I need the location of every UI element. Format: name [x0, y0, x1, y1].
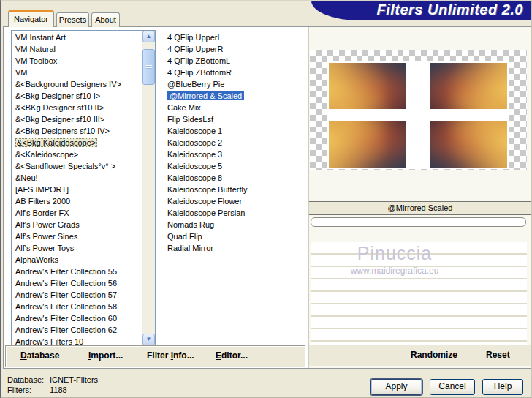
tab-about[interactable]: About: [91, 12, 120, 27]
category-listbox: VM Instant Art VM Natural VM Toolbox VM …: [11, 30, 156, 346]
menu-database-button[interactable]: Database: [20, 350, 59, 361]
status-database-value: ICNET-Filters: [50, 375, 98, 384]
filter-list: 4 QFlip UpperL 4 QFlip UpperR 4 QFlip ZB…: [161, 30, 305, 348]
category-item[interactable]: VM Instant Art: [12, 31, 142, 43]
preview-image: [327, 61, 509, 169]
category-item[interactable]: &<Bkg Designers sf10 IV>: [12, 125, 142, 137]
filter-item[interactable]: Kaleidoscope Butterfly: [161, 184, 305, 195]
cancel-button[interactable]: Cancel: [430, 379, 475, 395]
filter-item[interactable]: Kaleidoscope 8: [161, 172, 305, 184]
reset-button[interactable]: Reset: [486, 350, 510, 360]
category-item[interactable]: Alf's Power Grads: [12, 219, 142, 230]
category-item[interactable]: Alf's Power Sines: [12, 230, 142, 242]
category-item[interactable]: &<Kaleidoscope>: [12, 149, 142, 160]
filter-item[interactable]: Kaleidoscope Flower: [161, 195, 305, 207]
watermark-name: Pinuccia: [311, 243, 479, 264]
category-item[interactable]: Andrew's Filter Collection 62: [12, 324, 142, 336]
category-item[interactable]: &<Sandflower Specials°v° >: [12, 160, 142, 172]
category-item-selected[interactable]: &<Bkg Kaleidoscope>: [12, 137, 142, 149]
preview-actions-row: Randomize Reset: [309, 345, 531, 366]
category-item[interactable]: Alf's Power Toys: [12, 242, 142, 254]
filter-item-selected[interactable]: @Mirrored & Scaled: [161, 90, 305, 102]
category-item[interactable]: AB Filters 2000: [12, 195, 142, 207]
status-block: Database: ICNET-Filters Filters: 1188: [7, 375, 98, 395]
category-item[interactable]: [AFS IMPORT]: [12, 184, 142, 195]
preview-tile-bottom-right: [430, 121, 507, 168]
filter-item[interactable]: Quad Flip: [161, 230, 305, 242]
category-item[interactable]: &<Background Designers IV>: [12, 78, 142, 90]
preview-pane: @Mirrored Scaled Pinuccia www.maidiregra…: [308, 27, 531, 368]
tab-navigator[interactable]: Navigator: [8, 10, 54, 27]
category-item[interactable]: VM: [12, 67, 142, 78]
category-item[interactable]: VM Toolbox: [12, 55, 142, 67]
filter-item[interactable]: 4 QFlip UpperR: [161, 43, 305, 55]
category-item[interactable]: AlphaWorks: [12, 254, 142, 266]
filter-caption: @Mirrored Scaled: [309, 201, 531, 215]
menu-filter-info-button[interactable]: Filter Info...: [147, 350, 194, 361]
filter-item[interactable]: 4 QFlip UpperL: [161, 31, 305, 43]
filter-item[interactable]: 4 QFlip ZBottomL: [161, 55, 305, 67]
category-item[interactable]: Andrew's Filter Collection 60: [12, 312, 142, 324]
filter-item[interactable]: Kaleidoscope 5: [161, 160, 305, 172]
preview-checkerboard: [310, 50, 527, 170]
category-item[interactable]: &<Bkg Designer sf10 III>: [12, 113, 142, 125]
menu-import-button[interactable]: Import...: [88, 350, 123, 361]
category-item[interactable]: &Neu!: [12, 172, 142, 184]
progress-bar: [311, 217, 526, 227]
filter-item[interactable]: Kaleidoscope 2: [161, 137, 305, 149]
preview-tile-top-left: [329, 63, 406, 109]
preview-tile-top-right: [430, 63, 507, 109]
filter-item[interactable]: Kaleidoscope 3: [161, 149, 305, 160]
watermark-site: www.maidiregrafica.eu: [311, 266, 479, 276]
category-item[interactable]: &<Bkg Designer sf10 I>: [12, 90, 142, 102]
filter-item[interactable]: Cake Mix: [161, 102, 305, 113]
filter-item[interactable]: Flip SidesLsf: [161, 113, 305, 125]
apply-button[interactable]: Apply: [370, 379, 422, 395]
status-database-label: Database:: [7, 375, 48, 385]
tab-presets[interactable]: Presets: [56, 12, 89, 27]
filter-item[interactable]: Nomads Rug: [161, 219, 305, 230]
category-item[interactable]: Andrew's Filter Collection 56: [12, 277, 142, 289]
filter-item[interactable]: 4 QFlip ZBottomR: [161, 67, 305, 78]
menu-editor-button[interactable]: Editor...: [216, 350, 248, 361]
menu-strip: Database Import... Filter Info... Editor…: [5, 345, 305, 367]
watermark: Pinuccia www.maidiregrafica.eu: [311, 243, 479, 276]
help-button[interactable]: Help: [482, 379, 523, 395]
status-filters-label: Filters:: [7, 385, 48, 395]
category-item[interactable]: Andrew's Filter Collection 57: [12, 289, 142, 301]
scroll-up-icon[interactable]: ▲: [142, 31, 155, 42]
category-item[interactable]: Andrew's Filter Collection 58: [12, 301, 142, 312]
category-item[interactable]: &<BKg Designer sf10 II>: [12, 102, 142, 113]
category-item[interactable]: Andrew's Filter Collection 55: [12, 266, 142, 277]
preview-tile-bottom-left: [329, 121, 406, 168]
scrollbar-grip-icon: [146, 65, 152, 70]
title-banner: Filters Unlimited 2.0: [311, 1, 532, 20]
parameters-area: Pinuccia www.maidiregrafica.eu: [311, 242, 527, 345]
window-title: Filters Unlimited 2.0: [376, 1, 523, 18]
filter-item[interactable]: Kaleidoscope Persian: [161, 207, 305, 219]
category-scrollbar[interactable]: ▲ ▼: [142, 31, 155, 345]
scroll-down-icon[interactable]: ▼: [142, 334, 155, 345]
filter-item[interactable]: Kaleidoscope 1: [161, 125, 305, 137]
category-list: VM Instant Art VM Natural VM Toolbox VM …: [12, 31, 142, 348]
filter-item[interactable]: @BlueBerry Pie: [161, 78, 305, 90]
randomize-button[interactable]: Randomize: [411, 350, 457, 360]
filters-unlimited-dialog: Filters Unlimited 2.0 Navigator Presets …: [0, 0, 532, 398]
category-item[interactable]: VM Natural: [12, 43, 142, 55]
filter-item[interactable]: Radial Mirror: [161, 242, 305, 254]
status-filters-value: 1188: [50, 386, 67, 394]
category-item[interactable]: Alf's Border FX: [12, 207, 142, 219]
scrollbar-thumb[interactable]: [142, 49, 155, 85]
